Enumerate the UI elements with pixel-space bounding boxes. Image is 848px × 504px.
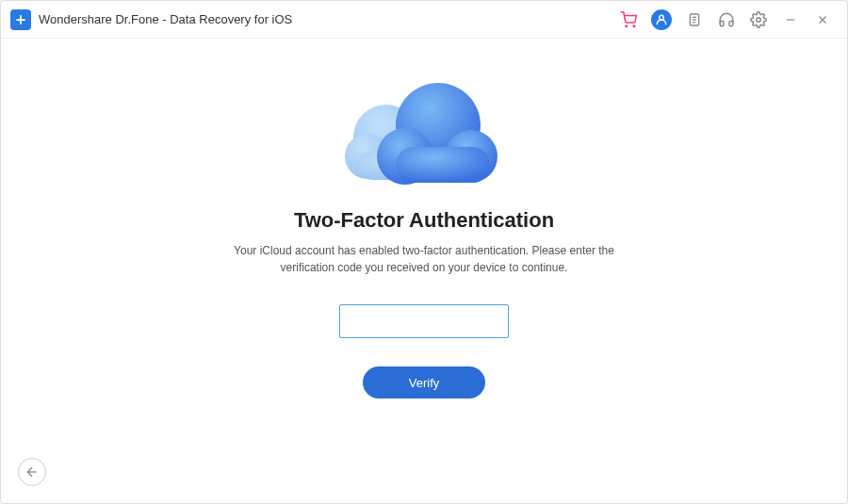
titlebar-icons xyxy=(619,9,838,30)
verify-button[interactable]: Verify xyxy=(363,366,485,398)
main-content: Two-Factor Authentication Your iCloud ac… xyxy=(1,39,847,503)
back-button[interactable] xyxy=(18,458,46,486)
titlebar: Wondershare Dr.Fone - Data Recovery for … xyxy=(1,1,847,39)
page-description: Your iCloud account has enabled two-fact… xyxy=(226,242,622,276)
support-icon[interactable] xyxy=(717,10,736,29)
document-icon[interactable] xyxy=(685,10,704,29)
account-icon[interactable] xyxy=(651,9,672,30)
cart-icon[interactable] xyxy=(619,10,638,29)
cloud-icon xyxy=(320,67,528,199)
window-title: Wondershare Dr.Fone - Data Recovery for … xyxy=(39,12,619,26)
svg-rect-19 xyxy=(396,147,490,183)
svg-point-3 xyxy=(633,25,635,27)
app-logo-icon xyxy=(10,9,31,30)
svg-point-2 xyxy=(626,25,628,27)
page-heading: Two-Factor Authentication xyxy=(294,208,554,233)
minimize-button[interactable] xyxy=(781,10,800,29)
close-button[interactable] xyxy=(813,10,832,29)
app-window: Wondershare Dr.Fone - Data Recovery for … xyxy=(0,0,848,504)
settings-icon[interactable] xyxy=(749,10,768,29)
verification-code-input[interactable] xyxy=(339,304,509,338)
svg-point-9 xyxy=(757,17,761,22)
